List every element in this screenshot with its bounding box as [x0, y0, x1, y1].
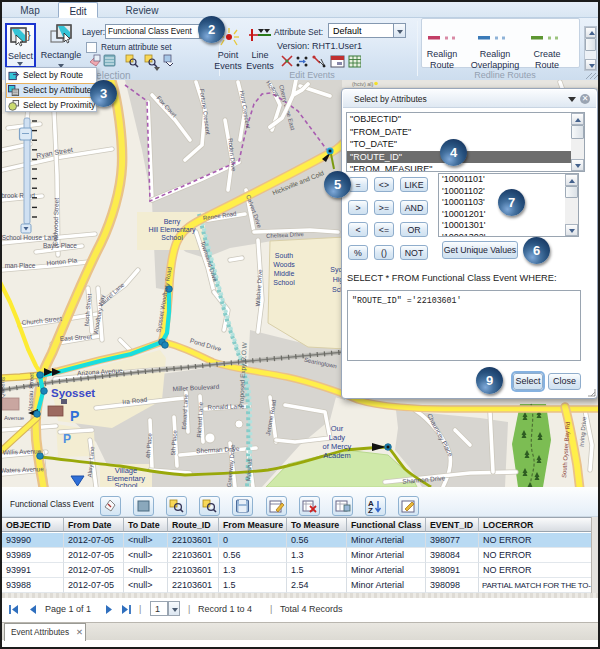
- svg-text:Bayls Place: Bayls Place: [43, 242, 77, 250]
- svg-text:Lady: Lady: [329, 433, 346, 442]
- svg-text:School: School: [161, 234, 183, 241]
- svg-text:Berry: Berry: [164, 218, 181, 226]
- svg-text:South: South: [275, 252, 293, 259]
- svg-text:Woods: Woods: [273, 261, 295, 268]
- svg-text:Middle: Middle: [274, 270, 295, 277]
- svg-text:School: School: [273, 279, 295, 286]
- svg-text:Avenue: Avenue: [4, 415, 25, 421]
- svg-text:P: P: [63, 432, 71, 446]
- svg-text:of Mercy: of Mercy: [323, 442, 352, 451]
- svg-text:Syosset: Syosset: [51, 387, 95, 399]
- svg-text:School House Lane: School House Lane: [2, 234, 59, 241]
- svg-text:Z: Z: [368, 506, 373, 515]
- svg-text:Our: Our: [331, 424, 344, 433]
- svg-text:Willis Avenue: Willis Avenue: [3, 447, 42, 455]
- svg-text:}: }: [27, 29, 31, 41]
- svg-text:Hill Elementary: Hill Elementary: [148, 226, 196, 234]
- svg-text:Academ: Academ: [323, 451, 351, 460]
- svg-text:(hctv) al): (hctv) al): [352, 81, 374, 87]
- svg-text:P: P: [70, 408, 79, 424]
- svg-text:man Place: man Place: [5, 262, 36, 269]
